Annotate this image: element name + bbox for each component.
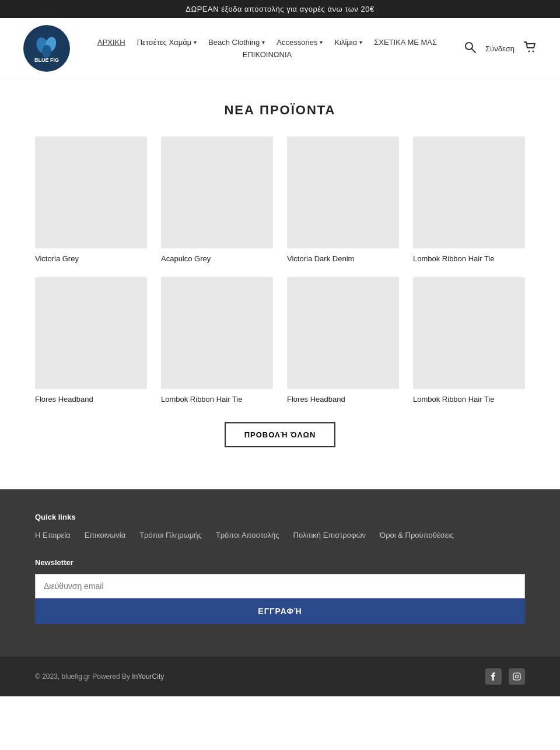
svg-point-11 <box>519 674 519 675</box>
cart-button[interactable] <box>524 41 537 56</box>
view-all-container: ΠΡΟΒΟΛΉ ΌΛΩΝ <box>35 422 525 447</box>
logo-svg: BLUE FIG <box>26 28 67 69</box>
footer-link-terms[interactable]: Όροι & Προϋποθέσεις <box>380 531 454 539</box>
nav-item-accessories[interactable]: Accessories ▾ <box>276 38 323 47</box>
footer-top: Quick links Η Εταιρεία Επικοινωνία Τρόπο… <box>35 513 525 638</box>
site-header: BLUE FIG ΑΡΧΙΚΗ Πετσέτες Χαμάμ ▾ Beach C… <box>0 18 560 79</box>
search-icon <box>464 41 476 53</box>
chevron-down-icon: ▾ <box>359 39 362 45</box>
newsletter-submit-button[interactable]: ΕΓΓΡΑΦΉ <box>35 598 525 624</box>
header-icons: Σύνδεση <box>464 41 537 56</box>
product-card[interactable]: Victoria Grey <box>35 136 147 263</box>
product-name: Lombok Ribbon Hair Tie <box>413 395 525 404</box>
product-card[interactable]: Flores Headband <box>35 277 147 404</box>
footer-bottom: © 2023, bluefig.gr Powered By InYourCity <box>0 657 560 696</box>
main-content: ΝΕΑ ΠΡΟΪΟΝΤΑ Victoria Grey Acapulco Grey… <box>0 79 560 489</box>
product-image <box>413 277 525 389</box>
search-button[interactable] <box>464 41 476 56</box>
login-label: Σύνδεση <box>485 44 514 53</box>
main-nav: ΑΡΧΙΚΗ Πετσέτες Χαμάμ ▾ Beach Clothing ▾… <box>97 38 437 59</box>
top-banner: ΔΩΡΕΑΝ έξοδα αποστολής για αγορές άνω τω… <box>0 0 560 18</box>
copyright: © 2023, bluefig.gr Powered By InYourCity <box>35 672 164 681</box>
newsletter-form: ΕΓΓΡΑΦΉ <box>35 574 525 624</box>
product-card[interactable]: Lombok Ribbon Hair Tie <box>413 277 525 404</box>
product-card[interactable]: Victoria Dark Denim <box>287 136 399 263</box>
product-image <box>287 136 399 248</box>
nav-item-beach-clothing[interactable]: Beach Clothing ▾ <box>208 38 265 47</box>
svg-point-5 <box>466 43 473 50</box>
product-image <box>35 277 147 389</box>
nav-row-1: ΑΡΧΙΚΗ Πετσέτες Χαμάμ ▾ Beach Clothing ▾… <box>97 38 437 47</box>
chevron-down-icon: ▾ <box>194 39 197 45</box>
svg-point-10 <box>516 675 519 678</box>
newsletter-email-input[interactable] <box>35 574 525 598</box>
svg-point-7 <box>528 50 530 52</box>
powered-by-link[interactable]: InYourCity <box>132 672 164 681</box>
svg-point-8 <box>533 50 534 52</box>
nav-item-kilimia[interactable]: Κιλίμια ▾ <box>334 38 362 47</box>
nav-item-home[interactable]: ΑΡΧΙΚΗ <box>97 38 125 47</box>
banner-text: ΔΩΡΕΑΝ έξοδα αποστολής για αγορές άνω τω… <box>186 5 374 13</box>
login-button[interactable]: Σύνδεση <box>485 44 514 53</box>
product-name: Lombok Ribbon Hair Tie <box>161 395 273 404</box>
site-footer: Quick links Η Εταιρεία Επικοινωνία Τρόπο… <box>0 489 560 696</box>
product-image <box>161 136 273 248</box>
logo[interactable]: BLUE FIG <box>23 25 70 72</box>
instagram-icon[interactable] <box>509 668 525 685</box>
chevron-down-icon: ▾ <box>262 39 265 45</box>
powered-by-text: Powered By <box>92 672 130 681</box>
product-card[interactable]: Lombok Ribbon Hair Tie <box>161 277 273 404</box>
footer-links: Η Εταιρεία Επικοινωνία Τρόποι Πληρωμής Τ… <box>35 531 525 539</box>
svg-line-6 <box>472 49 475 52</box>
products-grid: Victoria Grey Acapulco Grey Victoria Dar… <box>35 136 525 404</box>
product-card[interactable]: Lombok Ribbon Hair Tie <box>413 136 525 263</box>
product-name: Victoria Grey <box>35 254 147 263</box>
footer-link-company[interactable]: Η Εταιρεία <box>35 531 71 539</box>
product-image <box>35 136 147 248</box>
chevron-down-icon: ▾ <box>320 39 323 45</box>
product-name: Flores Headband <box>287 395 399 404</box>
social-icons <box>485 668 525 685</box>
nav-item-about[interactable]: ΣΧΕΤΙΚΑ ΜΕ ΜΑΣ <box>374 38 437 47</box>
cart-icon <box>524 41 537 53</box>
product-name: Acapulco Grey <box>161 254 273 263</box>
facebook-icon[interactable] <box>485 668 502 685</box>
nav-row-2: ΕΠΙΚΟΙΝΩΝΙΑ <box>243 50 292 59</box>
section-title: ΝΕΑ ΠΡΟΪΟΝΤΑ <box>35 103 525 118</box>
copyright-text: © 2023, bluefig.gr <box>35 672 90 681</box>
logo-area[interactable]: BLUE FIG <box>23 25 70 72</box>
newsletter-title: Newsletter <box>35 558 525 567</box>
product-image <box>287 277 399 389</box>
nav-item-contact[interactable]: ΕΠΙΚΟΙΝΩΝΙΑ <box>243 50 292 59</box>
view-all-button[interactable]: ΠΡΟΒΟΛΉ ΌΛΩΝ <box>225 422 336 447</box>
footer-link-returns[interactable]: Πολιτική Επιστροφών <box>293 531 366 539</box>
footer-link-contact[interactable]: Επικοινωνία <box>85 531 126 539</box>
svg-rect-9 <box>513 673 520 680</box>
footer-link-payment[interactable]: Τρόποι Πληρωμής <box>139 531 202 539</box>
quick-links-title: Quick links <box>35 513 525 521</box>
nav-item-towels[interactable]: Πετσέτες Χαμάμ ▾ <box>137 38 197 47</box>
product-image <box>161 277 273 389</box>
product-card[interactable]: Flores Headband <box>287 277 399 404</box>
footer-link-shipping[interactable]: Τρόποι Αποστολής <box>216 531 279 539</box>
svg-text:BLUE FIG: BLUE FIG <box>34 57 59 63</box>
product-image <box>413 136 525 248</box>
product-name: Lombok Ribbon Hair Tie <box>413 254 525 263</box>
product-name: Victoria Dark Denim <box>287 254 399 263</box>
product-name: Flores Headband <box>35 395 147 404</box>
product-card[interactable]: Acapulco Grey <box>161 136 273 263</box>
